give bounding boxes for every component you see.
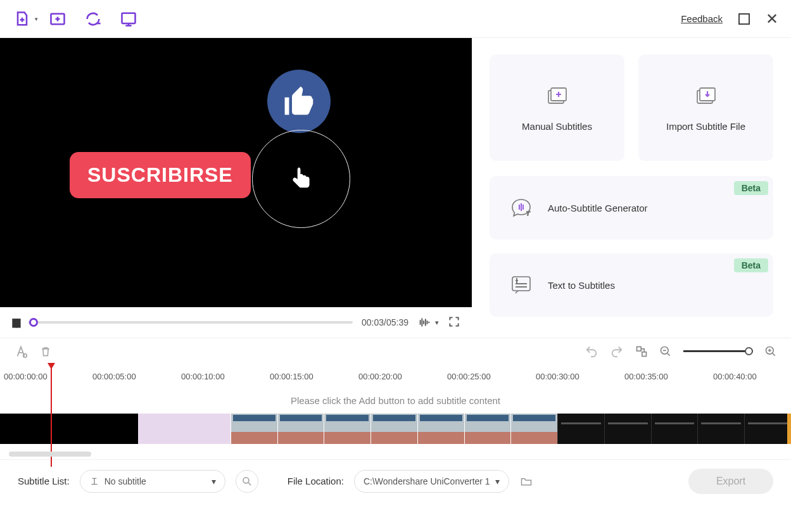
tile-label: Text to Subtitles xyxy=(548,280,615,291)
auto-subtitle-tile[interactable]: Beta T Auto-Subtitle Generator xyxy=(490,176,773,239)
import-subtitle-tile[interactable]: Import Subtitle File xyxy=(638,54,773,161)
video-preview[interactable]: SUSCRIBIRSE xyxy=(0,38,472,307)
redo-button[interactable] xyxy=(610,345,624,358)
chevron-down-icon: ▾ xyxy=(212,476,216,486)
timeline-scrollbar[interactable] xyxy=(9,452,91,457)
text-subtitle-icon xyxy=(509,272,534,299)
cursor-overlay xyxy=(252,130,350,228)
svg-text:T: T xyxy=(526,210,531,217)
chevron-down-icon: ▾ xyxy=(495,476,500,486)
file-location-select[interactable]: C:\Wondershare UniConverter 1 ▾ xyxy=(354,470,509,493)
timeline-thumbnails[interactable] xyxy=(0,414,791,444)
manual-subtitles-tile[interactable]: Manual Subtitles xyxy=(490,54,624,161)
seek-slider[interactable] xyxy=(28,321,353,324)
video-subscribe-overlay: SUSCRIBIRSE xyxy=(70,152,251,198)
import-doc-icon xyxy=(693,84,719,110)
beta-badge: Beta xyxy=(734,181,768,195)
timeline[interactable]: 00:00:00:00 00:00:05:00 00:00:10:00 00:0… xyxy=(0,364,791,459)
plus-doc-icon xyxy=(545,84,570,110)
timeline-hint: Please click the Add button to add subti… xyxy=(0,388,791,414)
tile-label: Auto-Subtitle Generator xyxy=(548,203,648,213)
export-button[interactable]: Export xyxy=(688,469,773,494)
open-folder-button[interactable] xyxy=(519,475,533,488)
tile-label: Import Subtitle File xyxy=(666,121,745,132)
speech-tool-button[interactable] xyxy=(119,10,138,28)
auto-subtitle-icon: T xyxy=(509,194,534,222)
snap-button[interactable] xyxy=(635,345,648,358)
subtitle-list-label: Subtitle List: xyxy=(18,476,70,486)
waveform-dropdown[interactable]: ▾ xyxy=(417,317,439,328)
timeline-ruler: 00:00:00:00 00:00:05:00 00:00:10:00 00:0… xyxy=(0,364,791,388)
file-location-label: File Location: xyxy=(288,476,344,486)
beta-badge: Beta xyxy=(734,258,768,272)
delete-button[interactable] xyxy=(39,345,52,358)
svg-rect-1 xyxy=(122,13,136,23)
zoom-out-button[interactable] xyxy=(659,345,672,358)
svg-point-8 xyxy=(23,353,27,357)
feedback-link[interactable]: Feedback xyxy=(681,13,723,24)
close-button[interactable]: ✕ xyxy=(766,10,778,28)
add-media-button[interactable]: ▾ xyxy=(13,10,32,28)
svg-rect-9 xyxy=(637,346,642,351)
like-icon xyxy=(267,70,331,133)
playback-time: 00:03/05:39 xyxy=(362,317,408,327)
sync-button[interactable] xyxy=(84,10,103,28)
text-to-subtitles-tile[interactable]: Beta Text to Subtitles xyxy=(490,253,773,317)
svg-rect-10 xyxy=(642,352,647,356)
titlebar: ▾ Feedback ✕ xyxy=(0,0,791,38)
chevron-down-icon: ▾ xyxy=(35,16,38,22)
subtitle-list-select[interactable]: No subtitle ▾ xyxy=(80,470,225,493)
text-style-button[interactable] xyxy=(14,345,28,358)
svg-point-13 xyxy=(243,478,249,483)
zoom-in-button[interactable] xyxy=(764,345,777,358)
add-subtitle-box-button[interactable] xyxy=(48,10,67,28)
fullscreen-button[interactable] xyxy=(448,315,460,330)
maximize-button[interactable] xyxy=(738,13,750,25)
pause-button[interactable]: ▮▮ xyxy=(11,315,19,329)
tile-label: Manual Subtitles xyxy=(522,121,592,132)
zoom-slider[interactable] xyxy=(683,350,753,352)
undo-button[interactable] xyxy=(585,345,598,358)
search-subtitle-button[interactable] xyxy=(236,470,258,493)
